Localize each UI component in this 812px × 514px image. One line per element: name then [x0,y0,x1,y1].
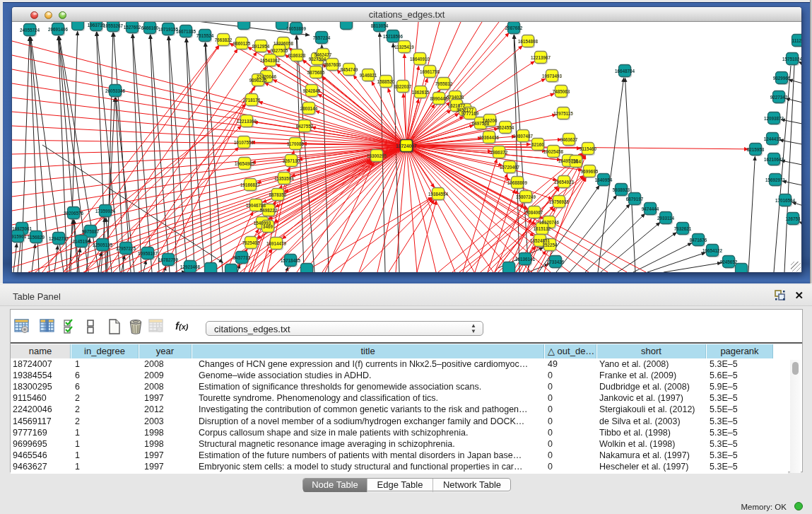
svg-text:7485063: 7485063 [553,89,570,94]
svg-text:26053346: 26053346 [105,88,126,93]
svg-text:24055724: 24055724 [20,28,40,33]
svg-text:8215958: 8215958 [747,147,765,152]
svg-text:16543362: 16543362 [260,58,281,63]
svg-text:2803144: 2803144 [300,106,318,111]
svg-text:16671385: 16671385 [176,29,196,34]
svg-text:15720407: 15720407 [500,165,520,170]
svg-text:3267130: 3267130 [283,158,300,163]
svg-text:10688809: 10688809 [507,180,528,185]
svg-text:9474444: 9474444 [642,206,659,211]
svg-text:3469: 3469 [263,224,273,229]
svg-text:1244415: 1244415 [764,136,782,141]
svg-text:15718485: 15718485 [281,258,301,263]
svg-text:20364436: 20364436 [479,135,500,140]
svg-text:9242845: 9242845 [303,88,321,93]
svg-text:5875685: 5875685 [307,70,325,75]
svg-text:9457731: 9457731 [233,255,251,260]
svg-text:1145194: 1145194 [73,239,90,244]
svg-text:7515524: 7515524 [196,33,214,38]
svg-text:7663822: 7663822 [215,37,233,42]
svg-text:1362615: 1362615 [412,90,430,95]
svg-text:15218506: 15218506 [383,34,404,39]
svg-text:1156829: 1156829 [28,235,45,240]
svg-text:18300295: 18300295 [367,153,387,158]
svg-text:16648784: 16648784 [615,69,635,74]
svg-text:1963719: 1963719 [88,23,105,28]
svg-text:11353594: 11353594 [274,176,294,181]
svg-text:10046788: 10046788 [246,203,266,208]
svg-text:9327505: 9327505 [271,48,288,53]
svg-text:12505135: 12505135 [93,243,113,247]
svg-text:126753: 126753 [785,216,801,221]
svg-text:7625402: 7625402 [242,240,260,245]
svg-text:5462477: 5462477 [314,52,332,57]
svg-text:252254: 252254 [542,243,558,247]
svg-text:10107553: 10107553 [234,140,254,145]
svg-text:12975115: 12975115 [553,111,573,116]
svg-text:8990448: 8990448 [430,96,448,101]
svg-text:62160: 62160 [531,142,544,147]
svg-text:18640910: 18640910 [410,57,430,62]
svg-text:13226058: 13226058 [273,41,294,46]
svg-text:19654985: 19654985 [235,161,255,166]
svg-text:8878352: 8878352 [269,192,287,197]
svg-text:16782759: 16782759 [158,257,179,262]
svg-text:10553267: 10553267 [103,23,124,28]
svg-text:6879197: 6879197 [626,197,644,201]
svg-text:7986372: 7986372 [490,150,508,155]
svg-text:10654122: 10654122 [702,248,723,253]
svg-text:1588520: 1588520 [377,79,395,84]
svg-text:9146821: 9146821 [360,73,377,78]
svg-text:1733426: 1733426 [547,259,565,264]
svg-text:17957225: 17957225 [116,246,136,251]
svg-text:16961758: 16961758 [420,69,440,74]
svg-text:19166827: 19166827 [240,182,261,187]
svg-text:20206576: 20206576 [64,211,84,216]
svg-text:12093873: 12093873 [764,116,784,121]
svg-text:15751024: 15751024 [782,57,801,62]
svg-text:20691406: 20691406 [48,27,69,32]
svg-text:12923468: 12923468 [180,264,201,269]
svg-text:18724007: 18724007 [396,144,417,148]
svg-text:9463627: 9463627 [560,137,578,142]
svg-text:8322037: 8322037 [394,84,412,89]
svg-text:8186328: 8186328 [288,53,306,58]
svg-text:2867608: 2867608 [324,62,341,67]
svg-text:15807249: 15807249 [516,194,536,199]
svg-text:2933114: 2933114 [657,216,675,221]
svg-text:7857224: 7857224 [313,35,331,40]
svg-text:5938923: 5938923 [613,187,630,192]
svg-text:1615132: 1615132 [534,226,551,231]
svg-text:16120746: 16120746 [539,220,560,225]
svg-text:8912954: 8912954 [252,44,270,49]
svg-text:16975061: 16975061 [12,226,32,231]
svg-text:9896225: 9896225 [249,78,267,83]
svg-text:11121: 11121 [792,38,801,43]
svg-text:15692971: 15692971 [765,177,786,182]
svg-text:1527602: 1527602 [124,25,141,30]
svg-text:9245652: 9245652 [720,259,738,264]
svg-text:10958107: 10958107 [138,251,158,256]
svg-text:9327504: 9327504 [309,57,326,62]
svg-text:1170086: 1170086 [287,141,305,146]
svg-text:9227342: 9227342 [770,95,788,100]
svg-text:19654923: 19654923 [554,180,575,185]
svg-text:19384554: 19384554 [428,192,449,197]
svg-text:8471676: 8471676 [690,238,707,243]
svg-text:1640954: 1640954 [595,177,613,182]
svg-text:16914479: 16914479 [266,241,287,246]
svg-text:2087682: 2087682 [505,25,523,30]
svg-text:11325419: 11325419 [394,45,414,49]
svg-text:6734028: 6734028 [447,95,464,100]
svg-text:17359924: 17359924 [95,209,116,214]
svg-text:16210643: 16210643 [764,157,784,162]
svg-text:9975887: 9975887 [82,229,100,234]
svg-text:9329966: 9329966 [773,76,791,81]
svg-text:8813054: 8813054 [371,23,389,28]
svg-text:19756928: 19756928 [549,199,570,204]
svg-text:5498222: 5498222 [260,208,278,213]
svg-text:9115460: 9115460 [579,146,597,151]
svg-text:10973493: 10973493 [542,74,563,78]
svg-text:9084067: 9084067 [526,210,543,215]
svg-text:9860125: 9860125 [233,41,251,46]
